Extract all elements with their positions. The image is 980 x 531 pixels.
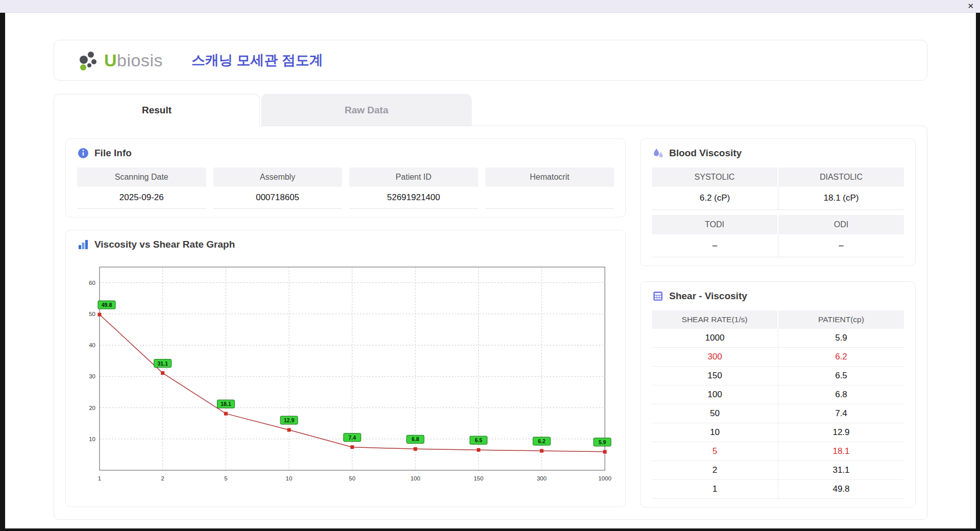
svg-text:10: 10	[89, 436, 95, 442]
odi-value: –	[778, 234, 904, 257]
table-row: 10005.9	[652, 329, 904, 348]
odi-label: ODI	[778, 215, 904, 234]
file-info-field-label: Scanning Date	[77, 167, 206, 187]
table-row: 149.8	[652, 480, 904, 499]
result-panel: File Info Scanning DateAssemblyPatient I…	[54, 126, 927, 520]
svg-text:1000: 1000	[598, 475, 611, 481]
app-window: Ubiosis 스캐닝 모세관 점도계 Result Raw Data	[5, 12, 976, 528]
svg-text:30: 30	[89, 373, 95, 379]
window-titlebar: ✕	[0, 0, 980, 13]
shear-rate-cell: 5	[652, 442, 778, 461]
file-info-field-value: 2025-09-26	[77, 187, 206, 209]
file-info-field-label: Patient ID	[349, 167, 478, 187]
patient-viscosity-cell: 6.8	[778, 385, 904, 404]
logo-text-rest: biosis	[117, 51, 163, 70]
svg-text:31.1: 31.1	[158, 360, 168, 367]
table-row: 507.4	[652, 404, 904, 423]
blood-viscosity-card: Blood Viscosity SYSTOLIC DIASTOLIC 6.2 (…	[640, 138, 916, 266]
file-info-field-value	[485, 187, 615, 209]
svg-text:6.8: 6.8	[411, 436, 419, 442]
svg-text:2: 2	[161, 475, 164, 481]
shear-rate-cell: 150	[652, 367, 778, 385]
bv-values-row-1: 6.2 (cP) 18.1 (cP)	[652, 187, 904, 210]
bv-labels-row-2: TODI ODI	[652, 215, 904, 234]
app-header: Ubiosis 스캐닝 모세관 점도계	[54, 40, 927, 81]
svg-text:5.9: 5.9	[599, 439, 606, 445]
shear-rate-cell: 300	[652, 348, 778, 367]
patient-viscosity-cell: 5.9	[778, 329, 904, 348]
blood-viscosity-title: Blood Viscosity	[669, 148, 742, 159]
bv-values-row-2: – –	[652, 234, 904, 257]
tab-raw-data[interactable]: Raw Data	[261, 94, 472, 126]
patient-viscosity-cell: 6.2	[778, 348, 904, 367]
svg-text:40: 40	[89, 342, 95, 348]
file-info-field-label: Assembly	[213, 167, 342, 187]
svg-text:1: 1	[98, 475, 101, 481]
shear-table-header: SHEAR RATE(1/s) PATIENT(cp)	[652, 310, 904, 329]
patient-viscosity-cell: 7.4	[778, 404, 904, 423]
shear-rate-cell: 50	[652, 404, 778, 423]
shear-rate-cell: 1	[652, 480, 778, 499]
svg-text:50: 50	[349, 475, 356, 481]
patient-column-header: PATIENT(cp)	[778, 310, 904, 329]
chart-svg: 1020304050601251050100150300100049.831.1…	[77, 259, 614, 490]
viscosity-chart: 1020304050601251050100150300100049.831.1…	[77, 259, 614, 492]
todi-value: –	[652, 234, 778, 257]
shear-rate-cell: 1000	[652, 329, 778, 348]
shear-viscosity-title: Shear - Viscosity	[669, 291, 747, 302]
graph-title: Viscosity vs Shear Rate Graph	[94, 239, 235, 250]
info-icon	[77, 147, 89, 159]
shear-rate-cell: 100	[652, 385, 778, 404]
svg-text:18.1: 18.1	[220, 401, 231, 407]
svg-text:150: 150	[474, 475, 483, 481]
diastolic-value: 18.1 (cP)	[778, 187, 904, 210]
systolic-label: SYSTOLIC	[652, 167, 777, 187]
file-info-title: File Info	[94, 148, 132, 159]
table-row: 3006.2	[652, 348, 904, 367]
table-grid-icon	[652, 290, 664, 302]
shear-viscosity-card: Shear - Viscosity SHEAR RATE(1/s) PATIEN…	[640, 281, 916, 508]
page-title: 스캐닝 모세관 점도계	[191, 51, 323, 69]
svg-text:6.5: 6.5	[475, 437, 482, 443]
svg-text:20: 20	[89, 405, 95, 411]
close-icon[interactable]: ✕	[967, 2, 974, 11]
file-info-field-value: 52691921400	[349, 187, 478, 209]
svg-text:100: 100	[410, 475, 420, 481]
svg-text:6.2: 6.2	[538, 438, 546, 444]
patient-viscosity-cell: 31.1	[778, 461, 904, 480]
table-row: 1006.8	[652, 385, 904, 404]
logo-text: Ubiosis	[104, 51, 163, 70]
svg-text:300: 300	[537, 475, 547, 481]
svg-text:50: 50	[89, 311, 95, 317]
patient-viscosity-cell: 49.8	[778, 480, 904, 499]
systolic-value: 6.2 (cP)	[652, 187, 778, 210]
bv-labels-row-1: SYSTOLIC DIASTOLIC	[652, 167, 904, 187]
bar-chart-icon	[77, 238, 89, 251]
ubiosis-logo: Ubiosis	[77, 49, 163, 72]
patient-viscosity-cell: 18.1	[778, 442, 904, 461]
svg-text:12.9: 12.9	[284, 417, 295, 423]
tab-result[interactable]: Result	[54, 94, 260, 126]
todi-label: TODI	[652, 215, 777, 234]
file-info-field-value: 000718605	[213, 187, 342, 209]
table-row: 518.1	[652, 442, 904, 461]
table-row: 231.1	[652, 461, 904, 480]
diastolic-label: DIASTOLIC	[778, 167, 904, 187]
svg-text:10: 10	[286, 475, 292, 481]
table-row: 1506.5	[652, 367, 904, 385]
table-row: 1012.9	[652, 423, 904, 442]
patient-viscosity-cell: 6.5	[778, 367, 904, 385]
shear-rate-cell: 2	[652, 461, 778, 480]
logo-text-u: U	[104, 51, 117, 70]
droplet-icon	[652, 147, 664, 159]
shear-rate-column-header: SHEAR RATE(1/s)	[652, 310, 777, 329]
svg-text:60: 60	[89, 280, 95, 286]
svg-text:5: 5	[224, 475, 227, 481]
logo-dots-icon	[77, 49, 100, 72]
tab-bar: Result Raw Data	[54, 94, 927, 126]
file-info-grid: Scanning DateAssemblyPatient IDHematocri…	[77, 167, 614, 209]
patient-viscosity-cell: 12.9	[778, 423, 904, 442]
svg-text:7.4: 7.4	[349, 435, 356, 441]
graph-card: Viscosity vs Shear Rate Graph 1020304050…	[65, 230, 626, 507]
shear-rate-cell: 10	[652, 423, 778, 442]
